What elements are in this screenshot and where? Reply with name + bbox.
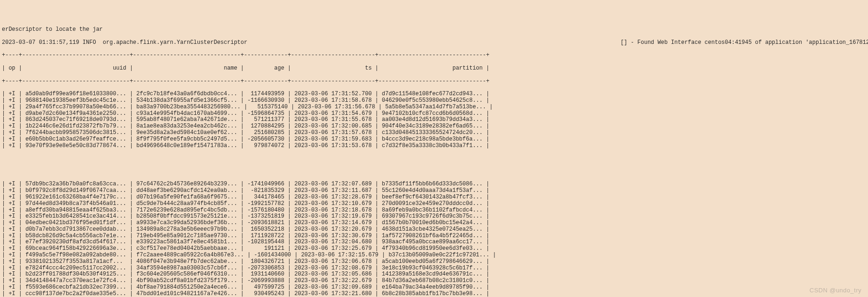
table-row: | +I | b58dcb826d9c5a4cb556acb7e1e... | … bbox=[2, 233, 866, 240]
log-info-line: 2023-03-07 01:31:57,119 INFO org.apache.… bbox=[2, 40, 866, 46]
table-row: | +I | e77ef3920230df8afd3cd54f617... | … bbox=[2, 239, 866, 246]
table-row: | +I | ccc98f137de7bc2a2f0dae335e5... | … bbox=[2, 291, 866, 297]
table-row: | +I | 04edbec0421bd376f95ed01f1df... | … bbox=[2, 220, 866, 226]
table-row: | +I | 57db9bc32a36b7b0a0fc8a63cca... | … bbox=[2, 181, 866, 188]
table-row: | +I | d0b7a7ebb3cd7913867cee0ddab... | … bbox=[2, 226, 866, 233]
table-row: | +I | a8effd30ba948815eaa4f625ba3... | … bbox=[2, 207, 866, 214]
table-row: | +I | b2d23ff01788df304b530f49125... | … bbox=[2, 271, 866, 278]
table-row: | +I | e60b5bb0c1ab3ad26e97feaffce... | … bbox=[2, 136, 866, 143]
table-row: | +I | 9688140e19385eef3b5edc45c1e... | … bbox=[2, 98, 866, 104]
table-row: | +I | 1b22446c6e26d1fd23872fb7b79... | … bbox=[2, 123, 866, 130]
table-row: | +I | 93e70f93e9e8e5e50c83d778674... | … bbox=[2, 143, 866, 149]
table-row: | +I | a5d0ab9df99ea96f18e61033800... | … bbox=[2, 91, 866, 98]
table-row: | +I | 863d245037ec71f69218de0793d... | … bbox=[2, 117, 866, 123]
table-row: | +I | 97d44ed8d349b8ca73f4b546a01... | … bbox=[2, 201, 866, 207]
table-row: | +I | d9abe7d2c60e134f9a4361e2250... | … bbox=[2, 111, 866, 117]
table-row: | +I | f5593e686cecbfa21db32ec7399... | … bbox=[2, 284, 866, 291]
table-row: | +I | 29a4f765fcc37b99078a50e4b66... | … bbox=[2, 104, 866, 111]
table-border-mid: +----+--------------------------------+-… bbox=[2, 78, 866, 85]
table-row: | +I | e7824f4ccc4c209ec5117cc2002... | … bbox=[2, 265, 866, 272]
table-row: | +I | f499a5c5e7f98e082a092abde80... | … bbox=[2, 252, 866, 259]
table-row: | +I | e3325feb1b3d6428541ce3ac414... | … bbox=[2, 213, 866, 220]
table-border-top: +----+--------------------------------+-… bbox=[2, 52, 866, 59]
table-row: | +I | b0f9792c8f8d29d149f06747caa... | … bbox=[2, 188, 866, 194]
table-header-row: | op | uuid | name | age | ts | partitio… bbox=[2, 65, 866, 72]
watermark: CSDN @undo_try bbox=[810, 287, 861, 294]
log-frag-line: erDescriptor to locate the jar bbox=[2, 27, 866, 33]
table-row: | +I | 7f6244bacbb9958573506dc3815... | … bbox=[2, 130, 866, 136]
table-row: | +I | 933810213527f3553a817a1acf... | 4… bbox=[2, 259, 866, 265]
table-row: | +I | 69bceac964f158b429226696a3e... | … bbox=[2, 246, 866, 252]
blank-2 bbox=[2, 169, 866, 175]
table-row: | +I | 34d4148447a7cc370eac1e72fc4... | … bbox=[2, 278, 866, 284]
table-row: | +I | 961922e161c63268ba4f4e7179c... | … bbox=[2, 194, 866, 201]
blank-1 bbox=[2, 156, 866, 162]
